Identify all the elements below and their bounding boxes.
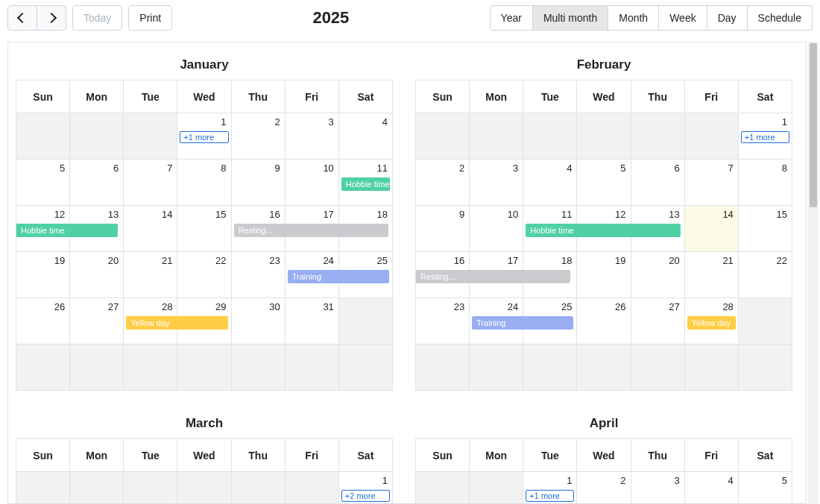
day-cell[interactable]: 30 (232, 298, 286, 344)
day-cell[interactable]: 28 Yellow day (685, 298, 739, 344)
day-cell[interactable]: 24 Training (286, 252, 339, 297)
day-cell[interactable]: 6 (631, 160, 685, 205)
day-cell[interactable] (685, 113, 739, 159)
day-cell[interactable]: 21 (124, 252, 177, 297)
day-cell[interactable] (177, 472, 231, 504)
day-cell[interactable]: 23 (416, 298, 470, 344)
day-cell[interactable] (470, 472, 523, 504)
day-cell[interactable] (286, 344, 339, 390)
today-button[interactable]: Today (72, 5, 122, 31)
day-cell[interactable]: 22 (177, 252, 231, 297)
day-cell[interactable]: 7 (685, 160, 739, 205)
scrollbar-thumb[interactable] (810, 43, 817, 207)
day-cell[interactable] (739, 298, 792, 344)
day-cell[interactable] (124, 344, 177, 390)
day-cell[interactable]: 2 (416, 160, 470, 205)
day-cell[interactable]: 11 Hobbie time (523, 206, 577, 251)
day-cell[interactable] (70, 472, 124, 504)
print-button[interactable]: Print (128, 5, 172, 31)
day-cell[interactable]: 28 Yellow day (124, 298, 177, 344)
day-cell[interactable]: 16 Resting... (232, 206, 286, 251)
day-cell[interactable]: 11 Hobbie time (339, 160, 392, 205)
day-cell[interactable]: 10 (470, 206, 523, 251)
day-cell[interactable]: 1 +1 more (739, 113, 792, 159)
day-cell[interactable] (232, 344, 286, 390)
day-cell[interactable]: 9 (416, 206, 470, 251)
next-button[interactable] (37, 5, 66, 31)
more-link[interactable]: +1 more (180, 131, 228, 143)
day-cell[interactable] (577, 113, 631, 159)
day-cell[interactable] (631, 344, 685, 390)
event-hobbie[interactable]: Hobbie time (16, 224, 118, 237)
event-resting[interactable]: Resting... (234, 224, 388, 237)
day-cell[interactable] (70, 113, 124, 159)
day-cell[interactable]: 26 (16, 298, 70, 344)
day-cell[interactable]: 4 (339, 113, 392, 159)
event-hobbie[interactable]: Hobbie time (341, 177, 390, 191)
event-hobbie[interactable]: Hobbie time (526, 224, 680, 237)
day-cell[interactable] (685, 344, 739, 390)
day-cell[interactable] (577, 344, 631, 390)
day-cell[interactable]: 2 (577, 472, 631, 504)
day-cell[interactable]: 3 (286, 113, 339, 159)
day-cell[interactable] (739, 344, 792, 390)
more-link[interactable]: +1 more (741, 131, 789, 143)
day-cell[interactable]: 21 (685, 252, 739, 297)
day-cell[interactable]: 31 (286, 298, 339, 344)
day-cell[interactable]: 2 (232, 113, 286, 159)
view-year[interactable]: Year (490, 5, 533, 31)
day-cell[interactable]: 8 (739, 160, 792, 205)
day-cell[interactable]: 1 +1 more (523, 472, 577, 504)
more-link[interactable]: +2 more (341, 490, 390, 502)
day-cell[interactable]: 7 (124, 160, 177, 205)
day-cell[interactable]: 4 (685, 472, 739, 504)
day-cell-today[interactable]: 14 (685, 206, 739, 251)
day-cell[interactable] (286, 472, 339, 504)
day-cell[interactable] (416, 472, 470, 504)
view-multimonth[interactable]: Multi month (533, 5, 608, 31)
day-cell[interactable] (70, 344, 124, 390)
day-cell[interactable] (523, 344, 577, 390)
day-cell[interactable]: 23 (232, 252, 286, 297)
day-cell[interactable] (339, 344, 392, 390)
day-cell[interactable]: 10 (286, 160, 339, 205)
view-week[interactable]: Week (659, 5, 707, 31)
day-cell[interactable] (16, 113, 70, 159)
day-cell[interactable]: 14 (124, 206, 177, 251)
day-cell[interactable]: 3 (470, 160, 523, 205)
day-cell[interactable]: 5 (577, 160, 631, 205)
day-cell[interactable]: 5 (739, 472, 792, 504)
day-cell[interactable]: 1 +2 more (339, 472, 392, 504)
day-cell[interactable] (339, 298, 392, 344)
event-resting[interactable]: Resting... (416, 270, 570, 283)
view-day[interactable]: Day (707, 5, 748, 31)
prev-button[interactable] (7, 5, 37, 31)
day-cell[interactable]: 9 (232, 160, 286, 205)
day-cell[interactable]: 20 (70, 252, 124, 297)
view-schedule[interactable]: Schedule (748, 5, 813, 31)
day-cell[interactable]: 19 (577, 252, 631, 297)
day-cell[interactable] (124, 113, 177, 159)
day-cell[interactable] (232, 472, 286, 504)
day-cell[interactable]: 1 +1 more (177, 113, 231, 159)
day-cell[interactable]: 24 Training (470, 298, 523, 344)
day-cell[interactable] (16, 472, 70, 504)
scrollbar[interactable] (808, 42, 819, 504)
day-cell[interactable] (631, 113, 685, 159)
day-cell[interactable] (523, 113, 577, 159)
day-cell[interactable]: 15 (177, 206, 231, 251)
day-cell[interactable]: 19 (16, 252, 70, 297)
day-cell[interactable]: 5 (16, 160, 70, 205)
day-cell[interactable] (177, 344, 231, 390)
day-cell[interactable] (416, 113, 470, 159)
day-cell[interactable]: 12 Hobbie time (16, 206, 70, 251)
day-cell[interactable]: 27 (70, 298, 124, 344)
day-cell[interactable] (470, 113, 523, 159)
day-cell[interactable]: 22 (739, 252, 792, 297)
day-cell[interactable]: 16 Resting... (416, 252, 470, 297)
more-link[interactable]: +1 more (526, 490, 574, 502)
event-training[interactable]: Training (472, 316, 573, 330)
day-cell[interactable]: 26 (577, 298, 631, 344)
event-training[interactable]: Training (288, 270, 389, 283)
day-cell[interactable] (124, 472, 177, 504)
